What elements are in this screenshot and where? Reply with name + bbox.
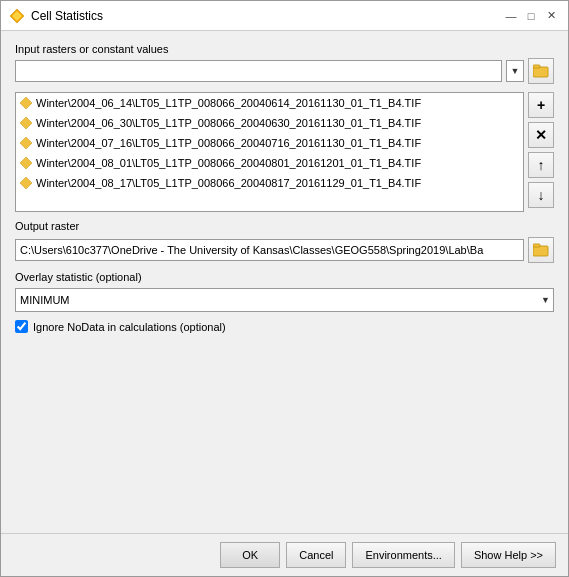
list-section: Winter\2004_06_14\LT05_L1TP_008066_20040…: [15, 92, 554, 212]
raster-icon: [20, 137, 32, 149]
spacer: [15, 341, 554, 525]
overlay-statistic-select[interactable]: MINIMUMMAXIMUMMEANSUMRANGESTDVARIETYMAJO…: [15, 288, 554, 312]
raster-icon: [20, 117, 32, 129]
input-dropdown[interactable]: [15, 60, 502, 82]
cell-statistics-dialog: Cell Statistics — □ ✕ Input rasters or c…: [0, 0, 569, 577]
input-list[interactable]: Winter\2004_06_14\LT05_L1TP_008066_20040…: [15, 92, 524, 212]
svg-marker-5: [20, 117, 32, 129]
list-item-text: Winter\2004_08_17\LT05_L1TP_008066_20040…: [36, 177, 421, 189]
input-rasters-label: Input rasters or constant values: [15, 43, 554, 55]
list-item[interactable]: Winter\2004_07_16\LT05_L1TP_008066_20040…: [16, 133, 523, 153]
folder-icon: [533, 64, 549, 78]
overlay-statistic-label: Overlay statistic (optional): [15, 271, 554, 283]
maximize-button[interactable]: □: [522, 7, 540, 25]
list-item[interactable]: Winter\2004_06_14\LT05_L1TP_008066_20040…: [16, 93, 523, 113]
raster-icon: [20, 97, 32, 109]
dropdown-arrow-btn[interactable]: ▼: [506, 60, 524, 82]
title-bar-left: Cell Statistics: [9, 8, 103, 24]
raster-icon: [20, 177, 32, 189]
ok-button[interactable]: OK: [220, 542, 280, 568]
app-icon: [9, 8, 25, 24]
output-raster-input[interactable]: [15, 239, 524, 261]
side-buttons: + ✕ ↑ ↓: [528, 92, 554, 212]
list-item-text: Winter\2004_07_16\LT05_L1TP_008066_20040…: [36, 137, 421, 149]
output-raster-section: Output raster: [15, 220, 554, 263]
svg-marker-7: [20, 157, 32, 169]
svg-rect-10: [533, 244, 540, 247]
remove-button[interactable]: ✕: [528, 122, 554, 148]
input-dropdown-row: ▼: [15, 58, 554, 84]
overlay-select-wrapper: MINIMUMMAXIMUMMEANSUMRANGESTDVARIETYMAJO…: [15, 288, 554, 312]
output-folder-button[interactable]: [528, 237, 554, 263]
overlay-statistic-section: Overlay statistic (optional) MINIMUMMAXI…: [15, 271, 554, 312]
svg-rect-9: [533, 246, 548, 256]
list-item-text: Winter\2004_06_30\LT05_L1TP_008066_20040…: [36, 117, 421, 129]
list-item[interactable]: Winter\2004_08_17\LT05_L1TP_008066_20040…: [16, 173, 523, 193]
list-item[interactable]: Winter\2004_08_01\LT05_L1TP_008066_20040…: [16, 153, 523, 173]
ignore-nodata-row: Ignore NoData in calculations (optional): [15, 320, 554, 333]
raster-icon: [20, 157, 32, 169]
list-item-text: Winter\2004_08_01\LT05_L1TP_008066_20040…: [36, 157, 421, 169]
environments-button[interactable]: Environments...: [352, 542, 454, 568]
output-row: [15, 237, 554, 263]
move-down-button[interactable]: ↓: [528, 182, 554, 208]
title-bar: Cell Statistics — □ ✕: [1, 1, 568, 31]
svg-rect-2: [533, 67, 548, 77]
cancel-button[interactable]: Cancel: [286, 542, 346, 568]
output-raster-label: Output raster: [15, 220, 554, 232]
output-folder-icon: [533, 243, 549, 257]
svg-marker-6: [20, 137, 32, 149]
minimize-button[interactable]: —: [502, 7, 520, 25]
window-controls: — □ ✕: [502, 7, 560, 25]
list-item-text: Winter\2004_06_14\LT05_L1TP_008066_20040…: [36, 97, 421, 109]
list-item[interactable]: Winter\2004_06_30\LT05_L1TP_008066_20040…: [16, 113, 523, 133]
ignore-nodata-label[interactable]: Ignore NoData in calculations (optional): [33, 321, 226, 333]
input-rasters-section: Input rasters or constant values ▼: [15, 43, 554, 84]
dialog-footer: OK Cancel Environments... Show Help >>: [1, 533, 568, 576]
move-up-button[interactable]: ↑: [528, 152, 554, 178]
dialog-content: Input rasters or constant values ▼ Winte…: [1, 31, 568, 533]
input-folder-button[interactable]: [528, 58, 554, 84]
dialog-title: Cell Statistics: [31, 9, 103, 23]
svg-rect-3: [533, 65, 540, 68]
show-help-button[interactable]: Show Help >>: [461, 542, 556, 568]
ignore-nodata-checkbox[interactable]: [15, 320, 28, 333]
add-button[interactable]: +: [528, 92, 554, 118]
svg-marker-8: [20, 177, 32, 189]
svg-marker-4: [20, 97, 32, 109]
close-button[interactable]: ✕: [542, 7, 560, 25]
